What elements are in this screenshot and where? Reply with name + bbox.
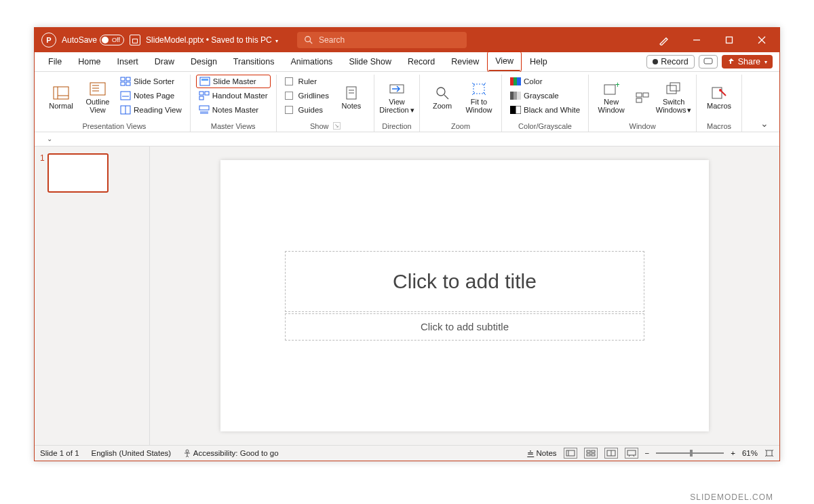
subtitle-placeholder[interactable]: Click to add subtitle	[285, 313, 644, 341]
normal-view-button[interactable]: Normal	[44, 75, 78, 121]
svg-rect-42	[517, 92, 521, 100]
tab-view[interactable]: View	[488, 52, 520, 71]
autosave-toggle[interactable]: AutoSave Off	[62, 35, 124, 45]
fit-window-icon	[471, 81, 487, 96]
switch-windows-icon	[665, 81, 682, 96]
switch-windows-button[interactable]: Switch Windows▾	[657, 75, 691, 121]
svg-rect-44	[516, 106, 521, 114]
group-macros: Macros Macros	[697, 75, 742, 132]
share-icon	[727, 58, 735, 66]
sorter-view-status-button[interactable]	[584, 448, 598, 459]
ink-icon[interactable]	[651, 28, 678, 52]
dialog-launcher-icon[interactable]: ↘	[333, 122, 341, 130]
title-placeholder[interactable]: Click to add title	[285, 251, 644, 312]
qat-dropdown[interactable]: ⌄	[35, 132, 779, 147]
slideshow-status-button[interactable]	[625, 448, 638, 459]
notes-button[interactable]: Notes	[334, 75, 368, 121]
collapse-ribbon-button[interactable]: ⌄	[754, 75, 775, 132]
slide[interactable]: Click to add title Click to add subtitle	[220, 160, 709, 431]
slide-sorter-button[interactable]: Slide Sorter	[117, 75, 185, 88]
thumbnail-preview[interactable]	[47, 153, 109, 193]
present-mode-button[interactable]	[699, 55, 718, 69]
notes-page-button[interactable]: Notes Page	[117, 89, 185, 102]
svg-rect-14	[121, 77, 125, 81]
svg-point-53	[719, 89, 722, 92]
fit-to-window-button[interactable]: Fit to Window	[462, 75, 496, 121]
black-white-button[interactable]: Black and White	[507, 103, 583, 117]
slide-master-button[interactable]: Slide Master	[196, 75, 271, 88]
new-window-icon: +	[603, 81, 619, 96]
reading-view-icon	[120, 104, 131, 115]
notes-master-button[interactable]: Notes Master	[196, 103, 271, 117]
tab-slideshow[interactable]: Slide Show	[342, 52, 398, 71]
reading-view-button[interactable]: Reading View	[117, 103, 185, 117]
macros-icon	[711, 85, 727, 100]
save-icon[interactable]	[130, 35, 140, 45]
slide-canvas-area[interactable]: Click to add title Click to add subtitle	[150, 147, 779, 445]
new-window-button[interactable]: + New Window	[594, 75, 628, 121]
tab-review[interactable]: Review	[444, 52, 486, 71]
title-bar: P AutoSave Off SlideModel.pptx • Saved t…	[35, 28, 779, 52]
zoom-in-button[interactable]: +	[731, 449, 735, 457]
svg-rect-51	[670, 83, 680, 91]
tab-animations[interactable]: Animations	[284, 52, 340, 71]
autosave-switch[interactable]: Off	[100, 35, 124, 45]
reading-view-status-button[interactable]	[604, 448, 618, 459]
fit-slide-button[interactable]	[764, 449, 774, 457]
grayscale-button[interactable]: Grayscale	[507, 89, 583, 102]
window-tools[interactable]	[631, 75, 654, 121]
search-box[interactable]: Search	[297, 32, 467, 48]
svg-rect-41	[513, 92, 517, 100]
view-direction-button[interactable]: View Direction▾	[380, 75, 414, 121]
tab-home[interactable]: Home	[71, 52, 107, 71]
normal-view-status-button[interactable]	[564, 448, 577, 459]
thumbnail-slide-1[interactable]: 1	[40, 153, 144, 193]
language-status[interactable]: English (United States)	[92, 449, 172, 457]
zoom-slider[interactable]	[656, 452, 724, 454]
powerpoint-window: P AutoSave Off SlideModel.pptx • Saved t…	[34, 27, 780, 461]
maximize-button[interactable]	[716, 28, 743, 52]
macros-button[interactable]: Macros	[702, 75, 736, 121]
document-title[interactable]: SlideModel.pptx • Saved to this PC ▾	[146, 35, 278, 45]
svg-rect-63	[627, 450, 636, 455]
color-button[interactable]: Color	[507, 75, 583, 88]
accessibility-status[interactable]: Accessibility: Good to go	[183, 449, 278, 457]
zoom-percent[interactable]: 61%	[742, 449, 758, 457]
ruler-checkbox[interactable]: Ruler	[282, 75, 332, 88]
group-label: Show↘	[310, 121, 341, 132]
zoom-button[interactable]: Zoom	[425, 75, 459, 121]
svg-rect-36	[473, 84, 484, 94]
notes-toggle[interactable]: ≐ Notes	[527, 448, 556, 458]
outline-view-button[interactable]: Outline View	[81, 75, 115, 121]
group-label: Color/Grayscale	[518, 121, 572, 132]
tab-transitions[interactable]: Transitions	[227, 52, 282, 71]
notes-master-icon	[199, 104, 210, 115]
tab-file[interactable]: File	[41, 52, 69, 71]
minimize-button[interactable]	[683, 28, 710, 52]
svg-rect-60	[592, 454, 595, 456]
tab-draw[interactable]: Draw	[148, 52, 181, 71]
tab-record[interactable]: Record	[401, 52, 442, 71]
record-button[interactable]: Record	[646, 55, 694, 69]
svg-point-54	[186, 450, 189, 452]
close-button[interactable]	[748, 28, 775, 52]
outline-view-icon	[90, 81, 106, 96]
accessibility-icon	[183, 449, 191, 457]
svg-rect-43	[510, 106, 516, 114]
svg-rect-16	[121, 82, 125, 85]
zoom-out-button[interactable]: −	[645, 449, 650, 457]
handout-master-icon	[199, 90, 210, 101]
tab-help[interactable]: Help	[523, 52, 554, 71]
share-button[interactable]: Share▾	[722, 55, 773, 69]
slide-count[interactable]: Slide 1 of 1	[40, 449, 79, 457]
color-icon	[510, 76, 521, 87]
tab-design[interactable]: Design	[184, 52, 224, 71]
gridlines-checkbox[interactable]: Gridlines	[282, 89, 332, 102]
svg-rect-24	[199, 92, 204, 95]
svg-rect-10	[90, 83, 105, 95]
guides-checkbox[interactable]: Guides	[282, 103, 332, 117]
handout-master-button[interactable]: Handout Master	[196, 89, 271, 102]
tab-insert[interactable]: Insert	[111, 52, 145, 71]
slide-thumbnails-pane[interactable]: 1	[35, 147, 150, 445]
group-presentation-views: Normal Outline View Slide Sorter Notes P…	[39, 75, 191, 132]
